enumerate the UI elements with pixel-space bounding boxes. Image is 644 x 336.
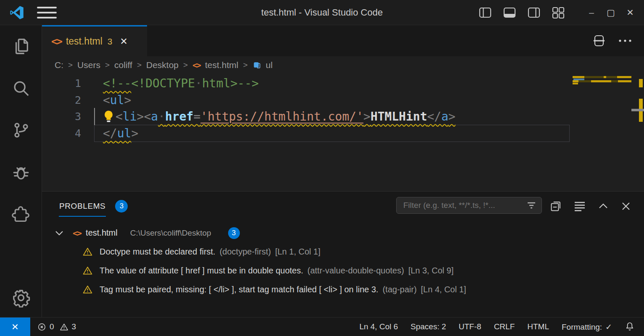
minimap[interactable] bbox=[573, 75, 631, 134]
close-window-button[interactable]: ✕ bbox=[620, 0, 640, 25]
html-file-icon: <> bbox=[73, 228, 81, 238]
problem-row-2[interactable]: The value of attribute [ href ] must be … bbox=[42, 261, 644, 280]
code-token: 'https://htmlhint.com/' bbox=[200, 110, 363, 123]
explorer-icon[interactable] bbox=[11, 36, 31, 56]
problem-message: Tag must be paired, missing: [ </li> ], … bbox=[100, 285, 379, 294]
code-token: < bbox=[144, 110, 151, 123]
status-eol[interactable]: CRLF bbox=[494, 322, 515, 331]
overview-ruler[interactable] bbox=[638, 74, 644, 191]
problem-rule-code: (attr-value-double-quotes) bbox=[308, 266, 404, 276]
toggle-panel-icon[interactable] bbox=[503, 7, 516, 18]
customize-layout-icon[interactable] bbox=[552, 6, 565, 19]
chevron-down-icon[interactable] bbox=[55, 230, 64, 236]
status-cursor-position[interactable]: Ln 4, Col 6 bbox=[359, 322, 398, 331]
status-language-mode[interactable]: HTML bbox=[527, 322, 549, 331]
menu-hamburger-icon[interactable] bbox=[37, 7, 57, 18]
html-file-icon: <> bbox=[192, 60, 200, 70]
problem-row-1[interactable]: Doctype must be declared first.(doctype-… bbox=[42, 242, 644, 261]
tab-label: test.html bbox=[66, 36, 103, 47]
breadcrumb-item-desktop[interactable]: Desktop bbox=[146, 60, 179, 70]
status-problems[interactable]: 0 3 bbox=[37, 322, 76, 332]
problem-position: [Ln 4, Col 1] bbox=[421, 285, 466, 294]
problem-message: The value of attribute [ href ] must be … bbox=[100, 266, 303, 276]
status-indentation[interactable]: Spaces: 2 bbox=[410, 322, 446, 331]
close-panel-icon[interactable] bbox=[620, 201, 631, 212]
tab-bar: <> test.html 3 ✕ bbox=[42, 25, 644, 56]
problem-rule-code: (tag-pair) bbox=[383, 285, 417, 294]
problem-message: Doctype must be declared first. bbox=[100, 247, 216, 257]
breadcrumb-item-users[interactable]: Users bbox=[77, 60, 100, 70]
problems-file-row[interactable]: <> test.html C:\Users\coliff\Desktop 3 bbox=[42, 223, 644, 242]
code-token: </ bbox=[103, 126, 117, 140]
split-editor-icon[interactable] bbox=[593, 34, 605, 47]
html-file-icon: <> bbox=[51, 36, 62, 47]
run-debug-icon[interactable] bbox=[11, 162, 31, 182]
problems-file-path: C:\Users\coliff\Desktop bbox=[130, 228, 211, 238]
remote-indicator[interactable] bbox=[0, 318, 30, 336]
tab-close-icon[interactable]: ✕ bbox=[120, 36, 128, 47]
toggle-secondary-sidebar-icon[interactable] bbox=[527, 7, 541, 18]
code-token: href bbox=[165, 110, 193, 123]
toggle-sidebar-icon[interactable] bbox=[478, 7, 492, 18]
breadcrumb-separator-icon: > bbox=[68, 60, 73, 70]
line-number: 2 bbox=[42, 94, 81, 106]
code-token: · bbox=[195, 76, 202, 90]
problems-count-badge: 3 bbox=[115, 200, 128, 213]
tab-problem-count: 3 bbox=[108, 37, 113, 47]
code-token: > bbox=[124, 93, 131, 107]
breadcrumb-item-coliff[interactable]: coliff bbox=[114, 60, 132, 70]
line-number: 4 bbox=[42, 127, 81, 139]
extensions-icon[interactable] bbox=[11, 204, 31, 224]
code-line-2[interactable]: 2<ul> bbox=[42, 92, 644, 109]
breadcrumb-item-test-html[interactable]: test.html bbox=[205, 60, 238, 70]
symbol-element-icon bbox=[252, 61, 261, 70]
editor-area: <> test.html 3 ✕ bbox=[42, 25, 644, 191]
code-line-4[interactable]: 4</ul> bbox=[42, 125, 644, 142]
error-icon bbox=[37, 322, 47, 332]
code-editor[interactable]: 1<!--<!DOCTYPE·html>-->2<ul>3<li><a·href… bbox=[42, 74, 644, 191]
line-number: 1 bbox=[42, 77, 81, 89]
collapse-all-icon[interactable] bbox=[550, 200, 562, 212]
code-line-3[interactable]: 3<li><a·href='https://htmlhint.com/'>HTM… bbox=[42, 108, 644, 125]
settings-gear-icon[interactable] bbox=[11, 288, 31, 308]
warning-icon bbox=[82, 247, 93, 257]
code-token: HTMLHint bbox=[371, 110, 427, 123]
source-control-icon[interactable] bbox=[11, 120, 31, 140]
panel-header: PROBLEMS 3 bbox=[42, 192, 644, 221]
more-actions-icon[interactable] bbox=[618, 39, 632, 43]
remote-icon bbox=[10, 322, 21, 331]
tab-problems[interactable]: PROBLEMS bbox=[59, 196, 106, 217]
lightbulb-icon[interactable] bbox=[103, 110, 114, 123]
tab-test-html[interactable]: <> test.html 3 ✕ bbox=[42, 25, 147, 56]
breadcrumb-item-ul[interactable]: ul bbox=[266, 60, 273, 70]
status-encoding[interactable]: UTF-8 bbox=[459, 322, 481, 331]
code-token: </ bbox=[427, 110, 442, 123]
problem-row-3[interactable]: Tag must be paired, missing: [ </li> ], … bbox=[42, 280, 644, 299]
detected-link[interactable]: 'https://htmlhint.com/' bbox=[200, 110, 363, 123]
maximize-panel-icon[interactable] bbox=[598, 201, 609, 212]
notifications-bell-icon[interactable] bbox=[625, 321, 635, 332]
problems-file-name: test.html bbox=[86, 228, 118, 238]
breadcrumb-separator-icon: > bbox=[183, 60, 188, 70]
code-line-1[interactable]: 1<!--<!DOCTYPE·html>--> bbox=[42, 75, 644, 92]
problems-filter[interactable] bbox=[396, 197, 542, 214]
file-problem-count-badge: 3 bbox=[228, 227, 240, 239]
code-token: li bbox=[123, 110, 137, 123]
breadcrumb-item-c-[interactable]: C: bbox=[55, 60, 63, 70]
breadcrumb-separator-icon: > bbox=[137, 60, 142, 70]
minimize-button[interactable]: – bbox=[582, 0, 601, 25]
vscode-window: test.html - Visual Studio Code – bbox=[0, 0, 644, 336]
status-formatting[interactable]: Formatting:✓ bbox=[562, 322, 612, 332]
search-icon[interactable] bbox=[11, 78, 31, 98]
filter-input[interactable] bbox=[403, 201, 526, 210]
code-token: a bbox=[151, 110, 158, 123]
view-as-table-icon[interactable] bbox=[573, 201, 586, 212]
breadcrumb-separator-icon: > bbox=[105, 60, 110, 70]
maximize-button[interactable]: ▢ bbox=[601, 0, 620, 25]
error-count: 0 bbox=[50, 322, 54, 331]
vscode-logo-icon bbox=[9, 5, 24, 20]
code-token: html>--> bbox=[202, 76, 259, 90]
code-token: > bbox=[131, 126, 138, 140]
activity-bar bbox=[0, 25, 42, 317]
problem-position: [Ln 1, Col 1] bbox=[275, 247, 321, 257]
